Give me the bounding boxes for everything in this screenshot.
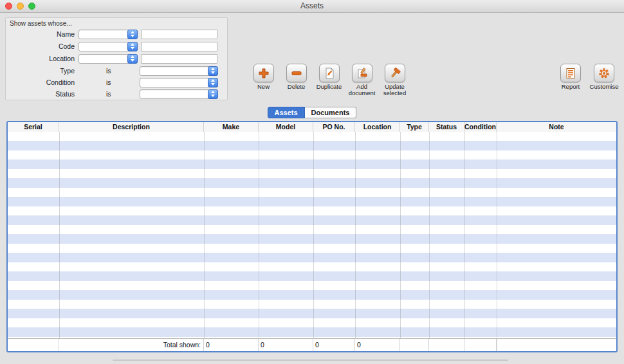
duplicate-button-label: Duplicate (317, 84, 342, 90)
name-filter-row: Name (6, 29, 227, 39)
customise-button[interactable]: Customise (587, 64, 621, 90)
name-filter-dropdown[interactable] (78, 30, 138, 39)
totals-condition-cell (464, 339, 497, 351)
type-filter-row: Type is (6, 66, 227, 76)
toolbar-right: Report Customise (554, 64, 621, 90)
table-header-row: Serial Description Make Model PO No. Loc… (8, 122, 616, 132)
column-header-status[interactable]: Status (429, 122, 464, 132)
location-filter-label: Location (6, 55, 75, 62)
name-filter-label: Name (6, 30, 75, 38)
code-filter-input[interactable] (141, 42, 217, 51)
location-filter-dropdown[interactable] (78, 54, 138, 64)
column-header-note[interactable]: Note (497, 122, 616, 132)
zoom-button[interactable] (28, 3, 35, 10)
new-button[interactable]: New (247, 64, 280, 97)
totals-serial-cell (8, 339, 59, 351)
total-shown-label: Total shown: (59, 339, 204, 351)
column-header-condition[interactable]: Condition (464, 122, 497, 132)
title-bar: Assets (0, 0, 624, 13)
column-divider (464, 132, 465, 339)
table-totals-row: Total shown: 0 0 0 0 (8, 338, 616, 351)
column-header-make[interactable]: Make (204, 122, 259, 132)
column-divider (204, 132, 205, 339)
column-header-serial[interactable]: Serial (8, 122, 59, 132)
column-divider (259, 132, 259, 339)
dropdown-arrows-icon (127, 42, 138, 51)
dropdown-arrows-icon (208, 89, 218, 99)
status-filter-row: Status is (6, 89, 227, 99)
report-button[interactable]: Report (554, 64, 587, 90)
duplicate-button[interactable]: Duplicate (313, 64, 345, 97)
update-selected-button[interactable]: Update selected (378, 64, 411, 97)
column-header-model[interactable]: Model (259, 122, 313, 132)
table-body[interactable] (8, 132, 616, 339)
window-title: Assets (0, 0, 624, 12)
duplicate-page-icon (323, 67, 336, 80)
code-filter-label: Code (6, 42, 75, 50)
total-location-value: 0 (355, 339, 400, 351)
filter-panel: Show assets whose... Name Code Location … (5, 17, 228, 100)
delete-button-label: Delete (288, 84, 305, 90)
column-divider (355, 132, 356, 339)
status-filter-dropdown[interactable] (140, 89, 218, 99)
column-divider (59, 132, 60, 339)
update-selected-button-label: Update selected (378, 84, 411, 97)
column-divider (313, 132, 314, 339)
type-operator-label: is (106, 67, 114, 75)
close-button[interactable] (5, 3, 12, 10)
column-divider (400, 132, 401, 339)
total-model-value: 0 (259, 339, 313, 351)
toolbar: New Delete Duplicate Ad (247, 64, 411, 97)
add-document-button[interactable]: Add document (345, 64, 378, 97)
column-header-description[interactable]: Description (59, 122, 204, 132)
report-button-label: Report (562, 84, 580, 90)
dropdown-arrows-icon (127, 54, 138, 64)
code-filter-dropdown[interactable] (78, 42, 138, 51)
tab-bar: Assets Documents (0, 107, 624, 118)
filter-heading: Show assets whose... (10, 20, 72, 27)
totals-status-cell (429, 339, 464, 351)
dropdown-arrows-icon (208, 66, 218, 76)
total-po-value: 0 (313, 339, 355, 351)
horizontal-scrollbar[interactable] (113, 359, 508, 361)
tab-documents[interactable]: Documents (305, 107, 357, 118)
column-divider (429, 132, 430, 339)
dropdown-arrows-icon (127, 30, 138, 39)
condition-filter-row: Condition is (6, 77, 227, 87)
type-filter-dropdown[interactable] (140, 66, 218, 76)
minus-icon (290, 67, 303, 80)
location-filter-row: Location (6, 53, 227, 64)
column-header-po-no[interactable]: PO No. (313, 122, 355, 132)
condition-operator-label: is (106, 78, 114, 86)
condition-filter-label: Condition (6, 78, 75, 86)
plus-icon (257, 67, 270, 80)
dropdown-arrows-icon (208, 78, 218, 87)
code-filter-row: Code (6, 41, 227, 51)
add-document-icon (356, 67, 369, 80)
column-divider (497, 132, 497, 339)
gear-icon (598, 67, 610, 80)
column-header-location[interactable]: Location (355, 122, 400, 132)
totals-type-cell (400, 339, 429, 351)
tab-assets[interactable]: Assets (268, 107, 305, 118)
status-filter-label: Status (6, 90, 75, 98)
total-make-value: 0 (204, 339, 259, 351)
type-filter-label: Type (6, 67, 75, 75)
location-filter-input[interactable] (141, 54, 217, 64)
delete-button[interactable]: Delete (280, 64, 313, 97)
new-button-label: New (257, 84, 270, 90)
window-controls (5, 3, 35, 10)
hammer-icon (389, 67, 401, 80)
customise-button-label: Customise (590, 84, 619, 90)
report-icon (564, 67, 577, 80)
totals-note-cell (497, 339, 497, 351)
status-operator-label: is (106, 90, 114, 98)
column-header-type[interactable]: Type (400, 122, 429, 132)
condition-filter-dropdown[interactable] (140, 78, 218, 87)
minimize-button[interactable] (17, 3, 24, 10)
add-document-button-label: Add document (345, 84, 378, 97)
name-filter-input[interactable] (141, 30, 217, 39)
assets-table: Serial Description Make Model PO No. Loc… (6, 121, 618, 352)
